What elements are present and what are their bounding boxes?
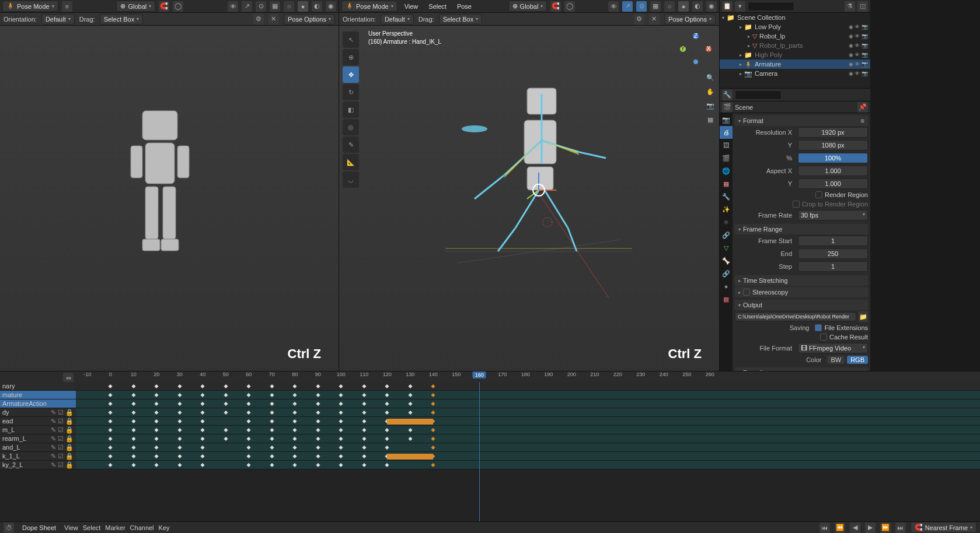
editor-type-icon[interactable]: 📋 [722, 1, 733, 12]
keyframe[interactable] [201, 428, 205, 432]
mode-dropdown[interactable]: 🧍 Pose Mode ▾ [2, 1, 58, 12]
channel-keys[interactable] [76, 417, 980, 425]
keyframe[interactable] [247, 393, 251, 397]
shading-matprev-icon[interactable]: ◐ [692, 1, 703, 12]
display-mode-icon[interactable]: ▾ [735, 1, 745, 12]
keyframe[interactable] [362, 384, 366, 388]
keyframe[interactable] [431, 393, 435, 397]
keyframe[interactable] [293, 446, 297, 450]
timeline-channel-row[interactable]: ky_2_L✎ ☑ 🔒 [0, 461, 980, 469]
keyframe[interactable] [408, 393, 412, 397]
shading-render-icon[interactable]: ◉ [706, 1, 717, 12]
channel-keys[interactable] [76, 452, 980, 460]
keyframe[interactable] [339, 454, 343, 458]
editor-type-props-icon[interactable]: 🔧 [722, 90, 733, 100]
tab-scene[interactable]: 🎬 [720, 152, 733, 164]
pose-options-dropdown[interactable]: Pose Options ▾ [284, 14, 335, 24]
props-content[interactable]: ▾ Format≡ Resolution X1920 px Y1080 px %… [733, 113, 870, 371]
timeline-channel-row[interactable]: mature [0, 391, 980, 399]
channel-label[interactable]: mature [0, 391, 76, 399]
tab-bone[interactable]: 🦴 [720, 254, 733, 267]
channel-keys[interactable] [76, 399, 980, 408]
keyframe[interactable] [385, 446, 389, 450]
keyframe[interactable] [131, 402, 135, 406]
keyframe[interactable] [247, 411, 251, 415]
outliner-item[interactable]: ▸ 📁 Low Poly◉ 👁 📷 [720, 22, 870, 31]
keyframe[interactable] [270, 419, 274, 423]
shading-matprev-icon[interactable]: ◐ [312, 1, 322, 12]
keyframe[interactable] [224, 411, 228, 415]
viewport-canvas-left[interactable]: Ctrl Z [0, 26, 339, 371]
keyframe[interactable] [316, 411, 320, 415]
timeline-channel-row[interactable]: ArmatureAction [0, 399, 980, 408]
keyframe[interactable] [339, 446, 343, 450]
outliner-item[interactable]: ▸ 📷 Camera◉ 👁 📷 [720, 69, 870, 78]
keyframe[interactable] [385, 384, 389, 388]
timeline-ruler[interactable]: ⇔ -1001020304050607080901001101201301401… [0, 371, 980, 382]
nav-gizmo[interactable]: Z Y X [678, 31, 713, 66]
keyframe[interactable] [177, 437, 182, 441]
section-stereoscopy[interactable]: ▸ Stereoscopy [735, 287, 868, 297]
filter-icon[interactable]: ⚗ [845, 1, 855, 12]
keyframe[interactable] [155, 446, 159, 450]
keyframe[interactable] [201, 454, 205, 458]
shading-solid-icon[interactable]: ● [678, 1, 689, 12]
shading-wire-icon[interactable]: ○ [284, 1, 294, 12]
keyframe[interactable] [131, 393, 135, 397]
keyframe[interactable] [109, 428, 113, 432]
crop-check[interactable] [793, 201, 800, 208]
tab-render[interactable]: 📷 [720, 113, 733, 126]
keyframe[interactable] [247, 428, 251, 432]
keyframe[interactable] [316, 446, 320, 450]
res-y-input[interactable]: 1080 px [798, 140, 868, 150]
outliner-search[interactable] [748, 2, 794, 11]
keyframe[interactable] [270, 402, 274, 406]
section-frame-range[interactable]: ▾ Frame Range [735, 224, 868, 234]
jump-end-icon[interactable]: ⏭ [895, 523, 906, 533]
keyframe[interactable] [316, 463, 320, 467]
pin-icon[interactable]: 📌 [857, 102, 868, 113]
tab-texture[interactable]: ▩ [720, 293, 733, 306]
keyframe[interactable] [385, 411, 389, 415]
res-pct-input[interactable]: 100% [798, 153, 868, 163]
keyframe[interactable] [177, 446, 182, 450]
keyframe[interactable] [131, 384, 135, 388]
timeline-channel-row[interactable]: k_1_L✎ ☑ 🔒 [0, 452, 980, 461]
close-icon[interactable]: ✕ [268, 14, 279, 24]
menu-view[interactable]: View [64, 524, 78, 531]
keyframe[interactable] [201, 402, 205, 406]
keyframe[interactable] [109, 393, 113, 397]
color-bw-button[interactable]: BW [827, 356, 845, 364]
file-ext-check[interactable] [815, 324, 822, 331]
keyframe[interactable] [201, 446, 205, 450]
frame-step-input[interactable]: 1 [798, 261, 868, 272]
keyframe[interactable] [155, 419, 159, 423]
keyframe[interactable] [431, 402, 435, 406]
keyframe[interactable] [224, 437, 228, 441]
channel-label[interactable]: ky_2_L✎ ☑ 🔒 [0, 461, 76, 469]
jump-prev-icon[interactable]: ⏪ [835, 523, 845, 533]
snap-icon[interactable]: 🧲 [550, 1, 561, 12]
keyframe[interactable] [177, 402, 182, 406]
keyframe[interactable] [293, 454, 297, 458]
timeline-tracks[interactable]: narymatureArmatureActiondy✎ ☑ 🔒ead✎ ☑ 🔒m… [0, 382, 980, 521]
render-region-check[interactable] [815, 191, 822, 198]
pan-icon[interactable]: ✋ [705, 86, 716, 97]
keyframe[interactable] [224, 402, 228, 406]
outliner-item[interactable]: ▸ ▽ Robot_lp◉ 👁 📷 [720, 31, 870, 41]
move-tool[interactable]: ✥ [343, 66, 359, 83]
keyframe[interactable] [270, 446, 274, 450]
keyframe[interactable] [201, 437, 205, 441]
keyframe[interactable] [109, 384, 113, 388]
keyframe[interactable] [431, 428, 435, 432]
outliner-item[interactable]: ▸ ▽ Robot_lp_parts◉ 👁 📷 [720, 41, 870, 50]
keyframe[interactable] [155, 384, 159, 388]
keyframe[interactable] [177, 454, 182, 458]
outliner[interactable]: ▾📁 Scene Collection ▸ 📁 Low Poly◉ 👁 📷▸ ▽… [720, 13, 870, 89]
measure-tool[interactable]: 📐 [343, 154, 359, 170]
close-icon[interactable]: ✕ [649, 14, 660, 24]
keyframe[interactable] [293, 419, 297, 423]
keyframe[interactable] [408, 411, 412, 415]
framerate-dropdown[interactable]: 30 fps ▾ [798, 210, 868, 220]
snap-icon[interactable]: 🧲 [159, 1, 169, 12]
